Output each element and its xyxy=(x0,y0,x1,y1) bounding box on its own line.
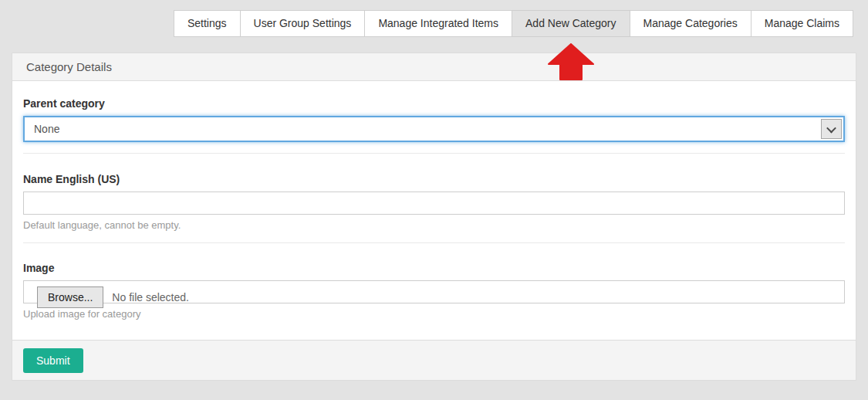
image-help-text: Upload image for category xyxy=(23,308,845,320)
select-dropdown-button[interactable] xyxy=(821,119,842,139)
tab-settings[interactable]: Settings xyxy=(174,10,241,37)
parent-category-section: Parent category None xyxy=(23,81,845,154)
tab-manage-categories[interactable]: Manage Categories xyxy=(630,10,751,37)
tab-manage-claims[interactable]: Manage Claims xyxy=(751,10,853,37)
category-details-panel: Category Details Parent category None Na… xyxy=(12,53,856,381)
submit-button[interactable]: Submit xyxy=(23,348,83,373)
tab-label: Add New Category xyxy=(525,17,616,29)
parent-category-select[interactable]: None xyxy=(23,116,845,142)
name-english-input[interactable] xyxy=(23,192,845,215)
tab-manage-integrated-items[interactable]: Manage Integrated Items xyxy=(364,10,512,37)
tab-add-new-category[interactable]: Add New Category xyxy=(512,10,630,37)
image-section: Image Browse... No file selected. Upload… xyxy=(23,243,845,329)
chevron-down-icon xyxy=(826,123,836,133)
parent-category-label: Parent category xyxy=(23,97,845,110)
image-label: Image xyxy=(23,262,845,274)
panel-body: Parent category None Name English (US) D… xyxy=(12,81,856,329)
tab-bar: Settings User Group Settings Manage Inte… xyxy=(174,10,853,37)
name-help-text: Default language, cannot be empty. xyxy=(23,219,845,231)
select-value: None xyxy=(34,123,59,135)
image-file-input[interactable]: Browse... No file selected. xyxy=(23,280,845,303)
file-input-inner: Browse... No file selected. xyxy=(37,286,189,308)
browse-button[interactable]: Browse... xyxy=(37,286,103,308)
panel-header: Category Details xyxy=(12,53,856,81)
name-english-label: Name English (US) xyxy=(23,173,845,185)
panel-title: Category Details xyxy=(26,60,112,73)
name-section: Name English (US) Default language, cann… xyxy=(23,154,845,243)
panel-footer: Submit xyxy=(12,340,856,380)
file-status-text: No file selected. xyxy=(112,291,189,303)
tab-user-group-settings[interactable]: User Group Settings xyxy=(240,10,366,37)
